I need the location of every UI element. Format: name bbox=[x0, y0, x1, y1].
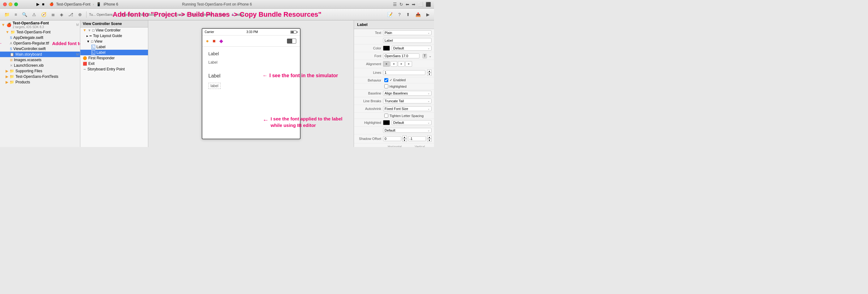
scene-view[interactable]: ▼ □ View bbox=[80, 39, 148, 44]
scene-toplayoutguide[interactable]: ▸ ━ Top Layout Guide bbox=[80, 33, 148, 39]
align-center-btn[interactable]: ≡ bbox=[391, 61, 397, 67]
stepper-up[interactable]: ▲ bbox=[427, 69, 432, 72]
highlighted-swatch[interactable] bbox=[383, 120, 390, 125]
close-button[interactable] bbox=[3, 2, 7, 6]
align-justify-btn[interactable]: ≡ bbox=[405, 61, 412, 67]
ib-annotation: ← I see the font applied to the label wh… bbox=[262, 116, 343, 128]
canvas-label-2[interactable]: Label bbox=[209, 60, 217, 65]
highlighted-label: Highlighted bbox=[390, 85, 406, 88]
tag-select-arrow: ⌄ bbox=[428, 129, 430, 132]
linebreaks-select[interactable]: Truncate Tail ⌄ bbox=[383, 99, 432, 103]
maximize-button[interactable] bbox=[14, 2, 18, 6]
inspector-header: Label bbox=[354, 21, 434, 29]
toolbar-canvas-icon-3: ◆ bbox=[219, 38, 223, 44]
baseline-select[interactable]: Align Baselines ⌄ bbox=[383, 91, 432, 96]
folder-icon: 📁 bbox=[10, 30, 15, 34]
tighten-checkbox[interactable] bbox=[384, 113, 388, 118]
inspector-btn-2[interactable]: ? bbox=[396, 11, 402, 18]
toolbar-icon-6[interactable]: ⬛ bbox=[426, 2, 431, 7]
nav-viewcontroller[interactable]: S ViewController.swift bbox=[0, 46, 80, 52]
shadow-h-up[interactable]: ▲ bbox=[402, 136, 407, 139]
inspector-color-row: Color Default ⌄ bbox=[354, 44, 434, 52]
nav-appdelegate[interactable]: S AppDelegate.swift bbox=[0, 35, 80, 40]
toolbar-btn-list[interactable]: ≣ bbox=[50, 11, 57, 18]
xib-icon: ✕ bbox=[10, 64, 13, 68]
nav-root[interactable]: ▼ 🍎 Test-OpenSans-Font 2 targets, iOS SD… bbox=[0, 21, 80, 29]
scene-label-2[interactable]: L Label bbox=[80, 50, 148, 55]
shadow-horizontal[interactable]: 0 bbox=[383, 136, 401, 141]
nav-launchscreen[interactable]: ✕ LaunchScreen.xib bbox=[0, 63, 80, 68]
entry-icon: → bbox=[83, 67, 86, 71]
highlighted-checkbox[interactable] bbox=[384, 84, 388, 88]
color-select[interactable]: Default ⌄ bbox=[392, 46, 432, 51]
align-right-btn[interactable]: ≡ bbox=[398, 61, 405, 67]
inspector-btn-1[interactable]: 📝 bbox=[385, 11, 395, 18]
canvas-label-4[interactable]: label bbox=[209, 83, 221, 89]
autoshrink-select[interactable]: Fixed Font Size ⌄ bbox=[383, 106, 432, 111]
scene-storyboard-entry[interactable]: → Storyboard Entry Point bbox=[80, 66, 148, 72]
products-label: Products bbox=[16, 80, 30, 84]
toolbar-btn-branch[interactable]: ⎇ bbox=[66, 11, 75, 18]
shadow-h-down[interactable]: ▼ bbox=[402, 139, 407, 142]
scene-viewcontroller[interactable]: ▼ ▼ □ View Controller bbox=[80, 28, 148, 33]
canvas-area: Carrier 3:33 PM ● ■ ◆ Label bbox=[148, 21, 354, 147]
scene-first-responder[interactable]: 🟠 First Responder bbox=[80, 55, 148, 61]
traffic-lights[interactable] bbox=[0, 2, 18, 6]
scene-label-1[interactable]: L Label bbox=[80, 44, 148, 50]
vc-disclosure-icon: ▼ bbox=[88, 28, 91, 32]
inspector-btn-3[interactable]: ⬆ bbox=[404, 11, 412, 18]
label-text-field[interactable]: Label bbox=[383, 38, 432, 43]
toolbar-btn-diff[interactable]: ◈ bbox=[58, 11, 65, 18]
nav-products[interactable]: ▶ 📁 Products bbox=[0, 79, 80, 85]
toolbar-btn-nav[interactable]: 🧭 bbox=[39, 11, 48, 18]
lines-field[interactable]: 1 bbox=[383, 70, 425, 75]
toolbar-btn-check[interactable]: ⊕ bbox=[76, 11, 84, 18]
tag-select[interactable]: Default ⌄ bbox=[383, 128, 432, 133]
inspector-btn-5[interactable]: ▶ bbox=[425, 11, 432, 18]
font-select[interactable]: OpenSans 17.0 bbox=[383, 54, 420, 58]
swift-icon-2: S bbox=[10, 47, 12, 51]
battery-canvas bbox=[287, 39, 296, 43]
minimize-button[interactable] bbox=[9, 2, 12, 6]
scheme-selector[interactable]: Tu... OpenSans... bbox=[89, 13, 116, 17]
linebreaks-label: Line Breaks bbox=[356, 99, 381, 103]
main-layout: ▼ 🍎 Test-OpenSans-Font 2 targets, iOS SD… bbox=[0, 21, 434, 147]
highlighted-select[interactable]: Default ⌄ bbox=[392, 120, 432, 125]
shadow-vertical[interactable]: -1 bbox=[408, 136, 426, 141]
shadow-v-down[interactable]: ▼ bbox=[427, 139, 432, 142]
font-file-icon: A bbox=[10, 41, 12, 45]
font-label: OpenSans-Regular.ttf bbox=[13, 41, 49, 45]
inspector-btn-4[interactable]: 📤 bbox=[413, 11, 423, 18]
highlighted-color-label: Highlighted bbox=[356, 121, 381, 125]
scene-label2-text: Label bbox=[96, 50, 105, 55]
inspector-label-field-row: Label bbox=[354, 37, 434, 44]
nav-storyboard[interactable]: 📋 Main.storyboard M bbox=[0, 52, 80, 57]
align-left-btn[interactable]: ≡ bbox=[383, 61, 390, 67]
lines-stepper[interactable]: ▲ ▼ bbox=[427, 69, 432, 76]
toolbar-icon-5[interactable]: ⬜ bbox=[418, 2, 423, 7]
toolbar-divider bbox=[86, 11, 87, 18]
nav-supporting[interactable]: ▶ 📁 Supporting Files bbox=[0, 68, 80, 74]
text-select[interactable]: Plain ⌄ bbox=[383, 30, 432, 35]
nav-tests[interactable]: ▶ 📁 Test-OpenSans-FontTests bbox=[0, 74, 80, 79]
font-select-arrow[interactable]: ⌄ bbox=[429, 54, 432, 58]
toolbar-btn-folder[interactable]: 📁 bbox=[2, 11, 11, 18]
color-swatch[interactable] bbox=[383, 46, 390, 51]
toolbar-icon-4[interactable]: ➡ bbox=[412, 2, 415, 7]
toolbar-btn-search[interactable]: 🔍 bbox=[20, 11, 29, 18]
toolbar-icon-1[interactable]: ☰ bbox=[393, 2, 397, 7]
font-T-button[interactable]: T bbox=[423, 54, 427, 58]
xcassets-label: Images.xcassets bbox=[14, 58, 41, 62]
toolbar-icon-3[interactable]: ⬅ bbox=[406, 2, 409, 7]
toolbar-icon-2[interactable]: ↻ bbox=[399, 2, 403, 7]
nav-font[interactable]: A OpenSans-Regular.ttf ← bbox=[0, 40, 50, 46]
enabled-checkbox[interactable] bbox=[384, 78, 388, 82]
stepper-down[interactable]: ▼ bbox=[427, 72, 432, 76]
canvas-label-1[interactable]: Label bbox=[202, 46, 300, 58]
toolbar-btn-stack[interactable]: ≡ bbox=[13, 11, 19, 18]
toolbar-btn-warn[interactable]: ⚠ bbox=[30, 11, 38, 18]
shadow-v-up[interactable]: ▲ bbox=[427, 136, 432, 139]
nav-xcassets[interactable]: ⊞ Images.xcassets bbox=[0, 57, 80, 63]
nav-folder-main[interactable]: ▼ 📁 Test-OpenSans-Font bbox=[0, 29, 80, 35]
scene-exit[interactable]: 🟥 Exit bbox=[80, 61, 148, 66]
